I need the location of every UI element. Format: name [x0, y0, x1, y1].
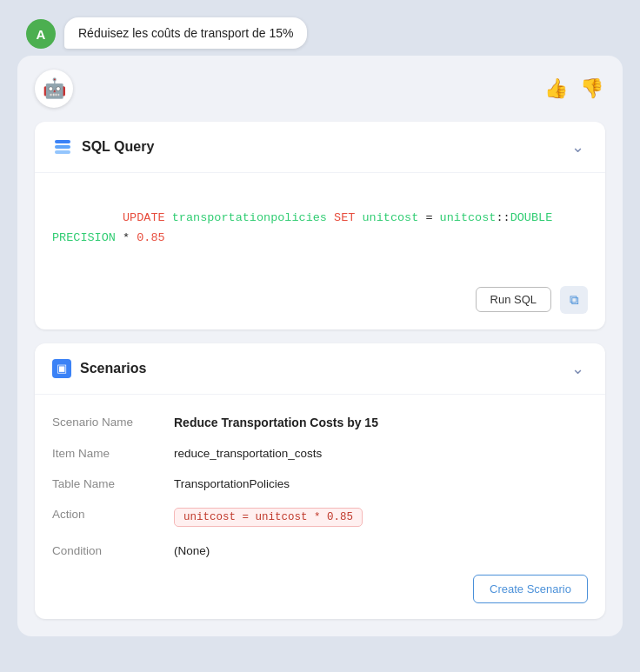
- sql-card-header: SQL Query ⌄: [35, 122, 605, 173]
- assistant-section: 🤖 👍 👎 SQL Query: [17, 56, 623, 636]
- sql-type-double: DOUBLE: [510, 211, 553, 224]
- sql-table-name: transportationpolicies: [172, 211, 334, 224]
- feedback-buttons: 👍 👎: [543, 76, 605, 102]
- create-scenario-button[interactable]: Create Scenario: [473, 575, 588, 603]
- bot-avatar: 🤖: [35, 70, 73, 108]
- sql-card-title-row: SQL Query: [52, 136, 154, 157]
- table-name-row: Table Name TransportationPolicies: [52, 469, 588, 499]
- scenarios-card-header: ▣ Scenarios ⌄: [35, 343, 605, 395]
- sql-field-unitcost: unitcost: [362, 211, 418, 224]
- sql-card-collapse-button[interactable]: ⌄: [568, 136, 588, 158]
- assistant-header: 🤖 👍 👎: [35, 70, 605, 108]
- layer-3: [55, 150, 70, 154]
- chat-bubble: Réduisez les coûts de transport de 15%: [64, 17, 307, 49]
- scenarios-body: Scenario Name Reduce Transportation Cost…: [35, 395, 605, 619]
- scenario-name-label: Scenario Name: [52, 416, 174, 429]
- item-name-row: Item Name reduce_transportation_costs: [52, 438, 588, 469]
- sql-cast-op: ::: [496, 211, 510, 224]
- layers-icon: [55, 140, 70, 154]
- item-name-label: Item Name: [52, 447, 174, 460]
- layer-1: [55, 140, 70, 143]
- scenario-name-row: Scenario Name Reduce Transportation Cost…: [52, 407, 588, 438]
- scenarios-card-collapse-button[interactable]: ⌄: [568, 357, 588, 380]
- chat-bubble-row: A Réduisez les coûts de transport de 15%: [17, 17, 307, 49]
- copy-sql-button[interactable]: ⧉: [560, 286, 588, 314]
- table-name-label: Table Name: [52, 477, 174, 490]
- table-name-value: TransportationPolicies: [174, 477, 290, 490]
- scenarios-card-title-row: ▣ Scenarios: [52, 359, 146, 378]
- sql-multiply: *: [116, 231, 137, 244]
- sql-card: SQL Query ⌄ UPDATE transportationpolicie…: [35, 122, 605, 329]
- scenario-icon-glyph: ▣: [57, 362, 67, 375]
- chat-message: Réduisez les coûts de transport de 15%: [78, 26, 293, 40]
- action-value: unitcost = unitcost * 0.85: [174, 508, 363, 527]
- run-sql-button[interactable]: Run SQL: [476, 287, 551, 312]
- sql-field-unitcost2: unitcost: [440, 211, 497, 224]
- scenarios-card-title: Scenarios: [80, 361, 146, 376]
- copy-icon: ⧉: [570, 292, 579, 308]
- action-row: Action unitcost = unitcost * 0.85: [52, 499, 588, 536]
- sql-layers-icon: [52, 136, 73, 157]
- condition-label: Condition: [52, 544, 174, 557]
- page-container: A Réduisez les coûts de transport de 15%…: [17, 17, 623, 636]
- sql-keyword-set: SET: [334, 211, 362, 224]
- sql-type-precision: PRECISION: [52, 231, 116, 244]
- thumbs-down-button[interactable]: 👎: [578, 76, 605, 102]
- layer-2: [55, 145, 70, 149]
- sql-keyword-update: UPDATE: [123, 211, 172, 224]
- sql-code-block: UPDATE transportationpolicies SET unitco…: [52, 189, 588, 269]
- condition-row: Condition (None): [52, 536, 588, 566]
- sql-value-085: 0.85: [137, 231, 164, 244]
- thumbs-up-button[interactable]: 👍: [543, 76, 570, 102]
- scenarios-card: ▣ Scenarios ⌄ Scenario Name Reduce Trans…: [35, 343, 605, 619]
- sql-equals: =: [418, 211, 439, 224]
- scenario-name-value: Reduce Transportation Costs by 15: [174, 416, 378, 429]
- action-label: Action: [52, 508, 174, 521]
- scenarios-icon: ▣: [52, 359, 71, 378]
- sql-card-body: UPDATE transportationpolicies SET unitco…: [35, 173, 605, 329]
- item-name-value: reduce_transportation_costs: [174, 447, 322, 460]
- sql-card-title: SQL Query: [82, 139, 154, 155]
- sql-actions: Run SQL ⧉: [52, 286, 588, 314]
- user-avatar: A: [26, 19, 56, 49]
- condition-value: (None): [174, 544, 210, 557]
